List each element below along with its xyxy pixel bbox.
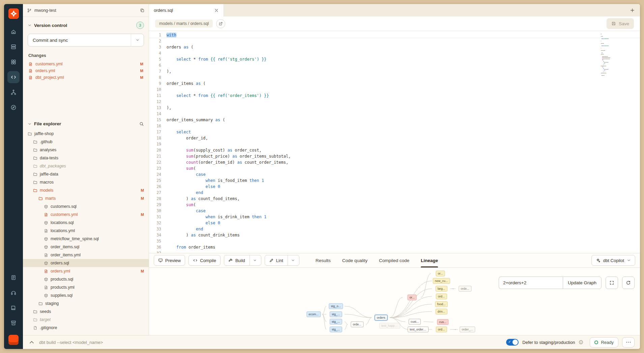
- lineage-node[interactable]: or...: [436, 271, 445, 277]
- lineage-node[interactable]: larg...: [436, 286, 447, 292]
- tab-compiled-code[interactable]: Compiled code: [379, 253, 409, 267]
- dbt-logo[interactable]: [7, 7, 20, 20]
- expand-command-bar-icon[interactable]: [28, 339, 35, 346]
- file-tree-item[interactable]: staging: [23, 299, 149, 308]
- file-explorer-header[interactable]: File explorer: [23, 121, 149, 126]
- close-tab-icon[interactable]: [214, 8, 219, 13]
- file-tree-item[interactable]: products.yml: [23, 283, 149, 291]
- compile-button[interactable]: Compile: [188, 255, 221, 266]
- file-tree-item[interactable]: analyses: [23, 146, 149, 154]
- file-tree-item[interactable]: martsM: [23, 194, 149, 202]
- lineage-node[interactable]: orde...: [459, 286, 471, 292]
- file-tree-item[interactable]: products.sql: [23, 275, 149, 283]
- ide-icon[interactable]: [7, 71, 20, 83]
- tab-code-quality[interactable]: Code quality: [342, 253, 368, 267]
- file-tree-item[interactable]: supplies.sql: [23, 291, 149, 299]
- support-icon[interactable]: [7, 287, 20, 299]
- file-tree-item[interactable]: .gitignore: [23, 324, 149, 332]
- lineage-node[interactable]: cust...: [409, 319, 421, 325]
- user-avatar[interactable]: [8, 335, 19, 345]
- editor-minimap[interactable]: [601, 34, 620, 77]
- save-button[interactable]: Save: [607, 18, 634, 29]
- lineage-node[interactable]: cus...: [437, 319, 448, 325]
- code-line: 19: [149, 141, 640, 147]
- docs-icon[interactable]: [7, 302, 20, 314]
- file-tree-item[interactable]: orders.ymlM: [23, 267, 149, 275]
- home-icon[interactable]: [7, 26, 20, 38]
- breadcrumb[interactable]: models / marts / orders.sql: [155, 20, 213, 28]
- file-tree-item[interactable]: dbt_packages: [23, 162, 149, 170]
- tab-lineage[interactable]: Lineage: [421, 253, 438, 267]
- file-tree-item[interactable]: target: [23, 316, 149, 324]
- search-icon[interactable]: [139, 122, 144, 126]
- changed-file-item[interactable]: dbt_project.ymlM: [23, 74, 149, 81]
- chevron-down-icon[interactable]: [288, 255, 295, 265]
- file-tree-item[interactable]: metricflow_time_spine.sql: [23, 235, 149, 243]
- file-tree-item[interactable]: order_items.yml: [23, 251, 149, 259]
- stack-icon[interactable]: [7, 41, 20, 53]
- lineage-node[interactable]: drin...: [436, 309, 447, 315]
- commit-and-sync-button[interactable]: Commit and sync: [28, 34, 144, 46]
- project-selector[interactable]: mwong-test: [23, 4, 149, 17]
- file-tree-item[interactable]: order_items.sql: [23, 243, 149, 251]
- lineage-node[interactable]: ecom...: [306, 312, 321, 317]
- lineage-selector-input[interactable]: [499, 277, 563, 289]
- lineage-node[interactable]: stg_...: [330, 327, 342, 332]
- file-tree-item[interactable]: .github: [23, 138, 149, 146]
- dbt-copilot-button[interactable]: dbt Copilot: [591, 255, 635, 266]
- lineage-node[interactable]: test_order_it...: [408, 327, 429, 332]
- tab-results[interactable]: Results: [316, 253, 331, 267]
- commit-options-button[interactable]: [131, 34, 144, 46]
- defer-toggle[interactable]: ✓: [506, 339, 519, 346]
- archive-icon[interactable]: [7, 317, 20, 329]
- preview-button[interactable]: Preview: [154, 255, 185, 266]
- lineage-node[interactable]: test_happy...: [379, 323, 400, 329]
- grid-icon[interactable]: [7, 56, 20, 68]
- lineage-node[interactable]: or...: [407, 295, 416, 300]
- changed-file-item[interactable]: orders.ymlM: [23, 67, 149, 74]
- changed-file-item[interactable]: customers.ymlM: [23, 61, 149, 67]
- lineage-node[interactable]: order_...: [460, 327, 475, 332]
- new-tab-button[interactable]: [624, 4, 640, 17]
- file-tree-item[interactable]: jaffle-data: [23, 170, 149, 178]
- fork-icon[interactable]: [7, 86, 20, 98]
- lineage-node[interactable]: ord...: [436, 327, 447, 332]
- file-tree-item[interactable]: data-tests: [23, 154, 149, 162]
- lineage-node[interactable]: food...: [435, 301, 447, 307]
- update-graph-button[interactable]: Update Graph: [563, 277, 602, 289]
- file-tree-item[interactable]: locations.yml: [23, 227, 149, 235]
- lineage-node[interactable]: new_cu...: [433, 278, 450, 284]
- lineage-node[interactable]: stg_...: [330, 319, 342, 325]
- bottom-toolbar: PreviewCompileBuildLint ResultsCode qual…: [149, 253, 640, 267]
- fullscreen-button[interactable]: [606, 277, 618, 289]
- lineage-node[interactable]: stg_...: [330, 312, 342, 317]
- build-button[interactable]: Build: [224, 255, 261, 266]
- lint-button[interactable]: Lint: [265, 255, 299, 266]
- more-options-button[interactable]: ⋯: [622, 337, 635, 348]
- tab-orders-sql[interactable]: orders.sql: [149, 4, 224, 17]
- open-file-location-button[interactable]: [216, 19, 225, 28]
- file-tree-item[interactable]: modelsM: [23, 186, 149, 194]
- lineage-node[interactable]: stg_o...: [329, 303, 343, 309]
- file-tree-item[interactable]: seeds: [23, 308, 149, 316]
- command-input[interactable]: dbt build --select <model_name>: [39, 340, 103, 345]
- lineage-node[interactable]: ord...: [436, 294, 447, 299]
- version-control-header[interactable]: Version control 3: [23, 22, 149, 29]
- line-number: 12: [149, 99, 167, 105]
- chevron-down-icon[interactable]: [250, 255, 257, 265]
- file-tree-item[interactable]: locations.sql: [23, 219, 149, 227]
- lineage-node[interactable]: orders: [375, 315, 387, 321]
- file-tree-item[interactable]: macros: [23, 178, 149, 186]
- file-tree-item[interactable]: jaffle-shop: [23, 130, 149, 138]
- compass-icon[interactable]: [7, 101, 20, 114]
- lineage-node[interactable]: orde...: [351, 322, 363, 327]
- copy-icon[interactable]: [140, 8, 145, 13]
- file-tree-item[interactable]: customers.ymlM: [23, 211, 149, 219]
- info-icon[interactable]: [579, 340, 583, 345]
- file-tree-item[interactable]: orders.sql: [23, 259, 149, 267]
- file-tree-item[interactable]: customers.sql: [23, 202, 149, 211]
- refresh-graph-button[interactable]: [622, 277, 635, 289]
- changelog-icon[interactable]: [7, 271, 20, 284]
- code-editor[interactable]: 1with23orders as (45 select * from {{ re…: [149, 31, 640, 253]
- ide-status-button[interactable]: Ready: [590, 337, 618, 348]
